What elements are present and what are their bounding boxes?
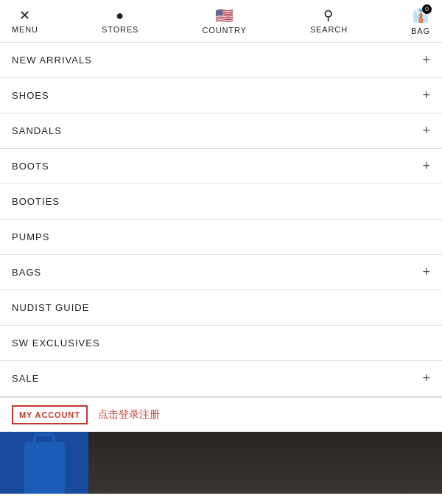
bag-button[interactable]: 👔 0 BAG xyxy=(411,7,430,35)
menu-item[interactable]: BAGS+ xyxy=(0,255,442,290)
menu-item-label: SHOES xyxy=(12,90,49,101)
menu-item-label: SW EXCLUSIVES xyxy=(12,337,100,349)
menu-item-label: SALE xyxy=(12,373,39,384)
menu-item[interactable]: BOOTIES xyxy=(0,184,442,220)
country-label: COUNTRY xyxy=(202,26,246,35)
menu-label: MENU xyxy=(12,25,38,34)
menu-item[interactable]: SHOES+ xyxy=(0,78,442,113)
menu-item-label: NEW ARRIVALS xyxy=(12,55,92,66)
stores-button[interactable]: ● STORES xyxy=(102,9,138,34)
search-button[interactable]: ⚲ SEARCH xyxy=(310,9,348,34)
menu-item-label: BOOTS xyxy=(12,161,49,172)
menu-item[interactable]: SANDALS+ xyxy=(0,113,442,149)
main-nav: NEW ARRIVALS+SHOES+SANDALS+BOOTS+BOOTIES… xyxy=(0,43,442,396)
menu-item[interactable]: NEW ARRIVALS+ xyxy=(0,43,442,78)
search-label: SEARCH xyxy=(310,25,348,34)
bottom-image-right xyxy=(88,432,442,494)
header: ✕ MENU ● STORES 🇺🇸 COUNTRY ⚲ SEARCH 👔 0 … xyxy=(0,0,442,43)
stores-label: STORES xyxy=(102,25,138,34)
login-register-link[interactable]: 点击登录注册 xyxy=(98,408,160,421)
menu-item[interactable]: BOOTS+ xyxy=(0,149,442,184)
expand-icon: + xyxy=(422,52,430,68)
menu-item-label: BAGS xyxy=(12,267,41,278)
menu-item-label: PUMPS xyxy=(12,231,49,242)
bag-count-badge: 0 xyxy=(422,4,432,14)
menu-list: NEW ARRIVALS+SHOES+SANDALS+BOOTS+BOOTIES… xyxy=(0,43,442,396)
menu-item[interactable]: SW EXCLUSIVES xyxy=(0,326,442,361)
menu-item[interactable]: SALE+ xyxy=(0,361,442,396)
expand-icon: + xyxy=(422,123,430,139)
menu-item[interactable]: PUMPS xyxy=(0,220,442,255)
menu-button[interactable]: ✕ MENU xyxy=(12,9,38,34)
expand-icon: + xyxy=(422,158,430,174)
country-button[interactable]: 🇺🇸 COUNTRY xyxy=(202,8,246,35)
menu-item[interactable]: NUDIST GUIDE xyxy=(0,290,442,326)
bottom-image-left xyxy=(0,432,88,494)
expand-icon: + xyxy=(422,265,430,280)
footer-bar: MY ACCOUNT 点击登录注册 xyxy=(0,396,442,432)
expand-icon: + xyxy=(422,88,430,103)
bag-icon-wrapper: 👔 0 xyxy=(413,7,429,24)
menu-item-label: SANDALS xyxy=(12,125,62,136)
close-icon: ✕ xyxy=(19,9,31,22)
bag-body xyxy=(24,442,65,494)
menu-item-label: BOOTIES xyxy=(12,196,60,207)
bottom-image-section xyxy=(0,432,442,494)
bag-label: BAG xyxy=(411,27,430,35)
menu-item-label: NUDIST GUIDE xyxy=(12,302,89,313)
location-icon: ● xyxy=(116,9,124,22)
my-account-button[interactable]: MY ACCOUNT xyxy=(12,405,88,424)
search-icon: ⚲ xyxy=(323,9,334,22)
flag-icon: 🇺🇸 xyxy=(215,8,234,23)
expand-icon: + xyxy=(422,371,430,386)
